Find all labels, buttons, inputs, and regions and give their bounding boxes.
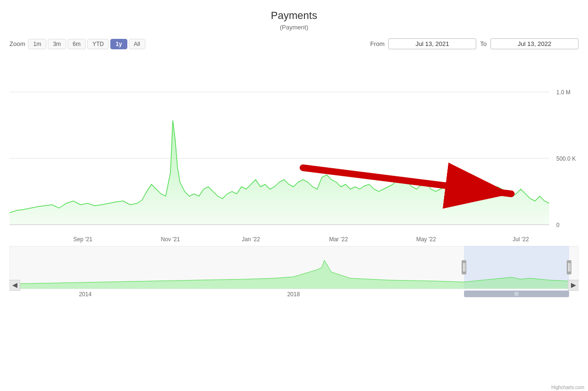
zoom-ytd-button[interactable]: YTD	[87, 39, 109, 49]
chart-subtitle: (Payment)	[9, 24, 579, 31]
chart-area-fill	[9, 120, 549, 225]
y-label-1m: 1.0 M	[556, 89, 570, 96]
main-chart-svg: 1.0 M 500.0 K 0 S	[9, 54, 579, 253]
zoom-1m-button[interactable]: 1m	[28, 39, 46, 49]
x-label-jul22: Jul '22	[513, 236, 529, 243]
svg-text:III: III	[515, 291, 518, 297]
highcharts-credit: Highcharts.com	[552, 385, 584, 390]
to-label: To	[480, 40, 487, 47]
zoom-1y-button[interactable]: 1y	[110, 39, 127, 49]
y-label-500k: 500.0 K	[556, 155, 576, 162]
from-label: From	[370, 40, 384, 47]
controls-row: Zoom 1m 3m 6m YTD 1y All From To	[9, 38, 579, 49]
x-label-mar22: Mar '22	[329, 236, 348, 243]
zoom-all-button[interactable]: All	[129, 39, 145, 49]
navigator-left-handle[interactable]	[462, 260, 466, 274]
x-label-sep21: Sep '21	[73, 236, 93, 243]
svg-text:◀: ◀	[12, 281, 18, 289]
x-label-may22: May '22	[416, 236, 436, 243]
from-date-input[interactable]	[388, 38, 476, 49]
to-date-input[interactable]	[490, 38, 579, 49]
navigator-area: 2014 2018 2022 ◀ ▶ III	[9, 246, 579, 298]
zoom-label: Zoom	[9, 40, 25, 47]
date-range: From To	[370, 38, 579, 49]
y-label-0: 0	[556, 222, 560, 228]
navigator-svg: 2014 2018 2022 ◀ ▶ III	[9, 246, 579, 298]
zoom-6m-button[interactable]: 6m	[68, 39, 86, 49]
nav-label-2018: 2018	[287, 291, 300, 298]
main-chart-area: 1.0 M 500.0 K 0 S	[9, 54, 579, 253]
zoom-3m-button[interactable]: 3m	[48, 39, 66, 49]
nav-label-2014: 2014	[79, 291, 92, 298]
svg-text:▶: ▶	[571, 281, 576, 289]
chart-title: Payments	[9, 9, 579, 22]
x-label-jan22: Jan '22	[242, 236, 260, 243]
navigator-right-handle[interactable]	[567, 260, 571, 274]
x-label-nov21: Nov '21	[161, 236, 180, 243]
chart-container: Payments (Payment) Zoom 1m 3m 6m YTD 1y …	[0, 0, 588, 391]
